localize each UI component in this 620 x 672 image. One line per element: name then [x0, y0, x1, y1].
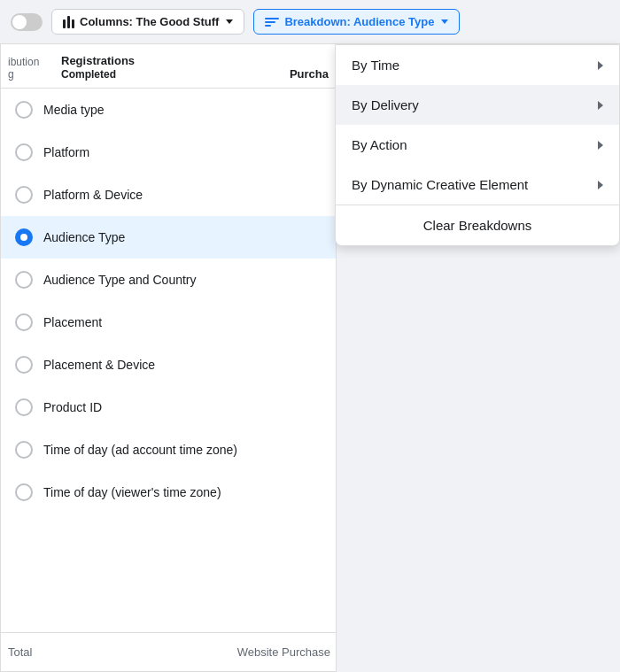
breakdown-icon [265, 16, 279, 28]
columns-button-label: Columns: The Good Stuff [80, 15, 219, 28]
radio-label-audience-type: Audience Type [43, 230, 125, 244]
radio-circle-audience-type-country [15, 271, 33, 289]
radio-label-time-of-day-account: Time of day (ad account time zone) [43, 443, 237, 457]
radio-circle-platform [15, 143, 33, 161]
chevron-right-icon-by-delivery [598, 101, 603, 110]
breakdown-button-label: Breakdown: Audience Type [284, 15, 434, 28]
radio-circle-placement-device [15, 356, 33, 374]
breakdown-item-by-action[interactable]: By Action [336, 125, 619, 165]
radio-item-placement[interactable]: Placement [1, 301, 336, 344]
breakdown-item-by-time[interactable]: By Time [336, 45, 619, 85]
breakdown-item-label-by-time: By Time [352, 58, 399, 73]
columns-button[interactable]: Columns: The Good Stuff [51, 9, 244, 35]
breakdown-item-label-by-delivery: By Delivery [352, 97, 419, 112]
radio-label-placement: Placement [43, 315, 102, 329]
footer-total-label: Total [1, 645, 32, 659]
columns-chevron-icon [226, 19, 233, 24]
col-purchases: Purcha [274, 67, 336, 81]
radio-circle-time-of-day-account [15, 441, 33, 459]
radio-label-product-id: Product ID [43, 400, 102, 414]
radio-item-platform[interactable]: Platform [1, 131, 336, 174]
main-area: ibutiong Registrations Completed Purcha … [0, 44, 620, 672]
radio-circle-media-type [15, 101, 33, 119]
chevron-right-icon-by-dynamic [598, 181, 603, 189]
chevron-right-icon-by-time [598, 61, 603, 70]
radio-item-time-of-day-account[interactable]: Time of day (ad account time zone) [1, 429, 336, 471]
radio-label-media-type: Media type [43, 103, 104, 117]
breakdown-item-label-by-dynamic: By Dynamic Creative Element [352, 177, 528, 192]
clear-breakdowns-button[interactable]: Clear Breakdowns [336, 205, 619, 245]
table-header: ibutiong Registrations Completed Purcha [1, 44, 336, 89]
breakdown-item-label-by-action: By Action [352, 137, 407, 152]
radio-list: Media typePlatformPlatform & DeviceAudie… [1, 89, 336, 514]
radio-item-audience-type[interactable]: Audience Type [1, 216, 336, 259]
radio-circle-product-id [15, 398, 33, 416]
breakdown-item-by-delivery[interactable]: By Delivery [336, 85, 619, 125]
toggle-switch[interactable] [11, 13, 43, 31]
breakdown-button[interactable]: Breakdown: Audience Type [253, 9, 460, 35]
radio-item-media-type[interactable]: Media type [1, 89, 336, 131]
breakdown-dropdown: By TimeBy DeliveryBy ActionBy Dynamic Cr… [335, 44, 620, 246]
table-footer: Total Website Purchase [1, 632, 337, 671]
radio-label-platform-device: Platform & Device [43, 188, 143, 202]
radio-circle-placement [15, 313, 33, 331]
radio-circle-time-of-day-viewer [15, 483, 33, 501]
radio-item-time-of-day-viewer[interactable]: Time of day (viewer's time zone) [1, 471, 336, 514]
radio-item-audience-type-country[interactable]: Audience Type and Country [1, 259, 336, 301]
radio-label-platform: Platform [43, 145, 89, 159]
radio-label-placement-device: Placement & Device [43, 358, 155, 372]
col-attribution: ibutiong [1, 56, 54, 81]
col-purchases-label: Purcha [290, 67, 329, 81]
col-registrations: Registrations Completed [54, 54, 274, 81]
left-panel: ibutiong Registrations Completed Purcha … [0, 44, 337, 672]
radio-item-platform-device[interactable]: Platform & Device [1, 174, 336, 216]
radio-circle-platform-device [15, 186, 33, 204]
radio-label-time-of-day-viewer: Time of day (viewer's time zone) [43, 485, 221, 499]
radio-circle-audience-type [15, 228, 33, 246]
footer-purchase-label: Website Purchase [237, 645, 337, 659]
radio-item-placement-device[interactable]: Placement & Device [1, 344, 336, 386]
col-registrations-sub: Completed [61, 68, 274, 81]
breakdown-item-by-dynamic[interactable]: By Dynamic Creative Element [336, 165, 619, 205]
radio-item-product-id[interactable]: Product ID [1, 386, 336, 429]
radio-label-audience-type-country: Audience Type and Country [43, 273, 197, 287]
col-attribution-text: ibutiong [8, 56, 39, 81]
chevron-right-icon-by-action [598, 141, 603, 150]
col-registrations-label: Registrations [61, 54, 274, 68]
toolbar: Columns: The Good Stuff Breakdown: Audie… [0, 0, 620, 44]
columns-icon [63, 16, 74, 28]
breakdown-chevron-icon [441, 19, 448, 24]
